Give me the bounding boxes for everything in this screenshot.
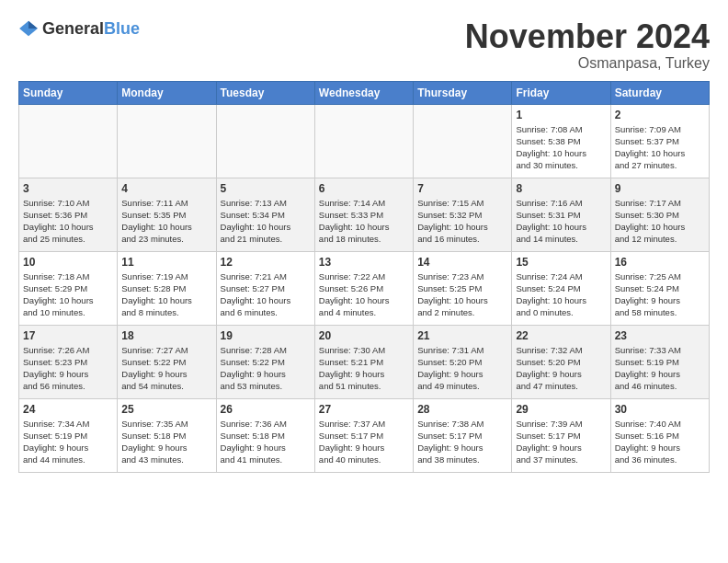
day-info: Sunrise: 7:14 AMSunset: 5:33 PMDaylight:… bbox=[319, 197, 409, 246]
calendar-cell: 6Sunrise: 7:14 AMSunset: 5:33 PMDaylight… bbox=[314, 178, 413, 251]
calendar-cell: 26Sunrise: 7:36 AMSunset: 5:18 PMDayligh… bbox=[216, 398, 314, 472]
day-number: 6 bbox=[319, 182, 409, 195]
calendar-cell: 20Sunrise: 7:30 AMSunset: 5:21 PMDayligh… bbox=[314, 325, 413, 398]
calendar-cell bbox=[118, 104, 216, 178]
day-info: Sunrise: 7:30 AMSunset: 5:21 PMDaylight:… bbox=[319, 344, 409, 393]
calendar-cell: 1Sunrise: 7:08 AMSunset: 5:38 PMDaylight… bbox=[512, 104, 610, 178]
day-header-saturday: Saturday bbox=[610, 81, 709, 104]
day-number: 9 bbox=[615, 182, 705, 195]
day-info: Sunrise: 7:13 AMSunset: 5:34 PMDaylight:… bbox=[221, 197, 311, 246]
day-info: Sunrise: 7:33 AMSunset: 5:19 PMDaylight:… bbox=[615, 344, 705, 393]
day-info: Sunrise: 7:17 AMSunset: 5:30 PMDaylight:… bbox=[615, 197, 705, 246]
day-number: 13 bbox=[319, 256, 409, 269]
calendar-cell: 8Sunrise: 7:16 AMSunset: 5:31 PMDaylight… bbox=[512, 178, 610, 251]
day-number: 15 bbox=[516, 256, 606, 269]
day-number: 24 bbox=[23, 403, 113, 416]
calendar-cell: 23Sunrise: 7:33 AMSunset: 5:19 PMDayligh… bbox=[610, 325, 709, 398]
day-info: Sunrise: 7:25 AMSunset: 5:24 PMDaylight:… bbox=[615, 270, 705, 319]
calendar-cell: 30Sunrise: 7:40 AMSunset: 5:16 PMDayligh… bbox=[610, 398, 709, 472]
calendar-cell: 12Sunrise: 7:21 AMSunset: 5:27 PMDayligh… bbox=[216, 251, 314, 325]
calendar-cell: 21Sunrise: 7:31 AMSunset: 5:20 PMDayligh… bbox=[414, 325, 512, 398]
logo: GeneralBlue bbox=[18, 18, 140, 39]
calendar-week-2: 3Sunrise: 7:10 AMSunset: 5:36 PMDaylight… bbox=[19, 178, 710, 251]
day-info: Sunrise: 7:39 AMSunset: 5:17 PMDaylight:… bbox=[516, 418, 606, 466]
header: GeneralBlue November 2024 Osmanpasa, Tur… bbox=[18, 18, 710, 72]
calendar-cell bbox=[314, 104, 413, 178]
calendar-cell: 13Sunrise: 7:22 AMSunset: 5:26 PMDayligh… bbox=[314, 251, 413, 325]
day-info: Sunrise: 7:27 AMSunset: 5:22 PMDaylight:… bbox=[121, 344, 211, 393]
day-info: Sunrise: 7:16 AMSunset: 5:31 PMDaylight:… bbox=[516, 197, 606, 246]
calendar-cell: 27Sunrise: 7:37 AMSunset: 5:17 PMDayligh… bbox=[314, 398, 413, 472]
day-number: 30 bbox=[615, 403, 705, 416]
calendar-cell: 10Sunrise: 7:18 AMSunset: 5:29 PMDayligh… bbox=[19, 251, 118, 325]
day-number: 27 bbox=[319, 403, 409, 416]
day-number: 19 bbox=[221, 329, 311, 342]
calendar-cell: 4Sunrise: 7:11 AMSunset: 5:35 PMDaylight… bbox=[118, 178, 216, 251]
calendar-cell: 11Sunrise: 7:19 AMSunset: 5:28 PMDayligh… bbox=[118, 251, 216, 325]
location: Osmanpasa, Turkey bbox=[465, 55, 710, 72]
day-header-monday: Monday bbox=[118, 81, 216, 104]
calendar-cell: 2Sunrise: 7:09 AMSunset: 5:37 PMDaylight… bbox=[610, 104, 709, 178]
day-info: Sunrise: 7:22 AMSunset: 5:26 PMDaylight:… bbox=[319, 270, 409, 319]
calendar-cell: 29Sunrise: 7:39 AMSunset: 5:17 PMDayligh… bbox=[512, 398, 610, 472]
logo-area: GeneralBlue bbox=[18, 18, 140, 39]
calendar-cell: 15Sunrise: 7:24 AMSunset: 5:24 PMDayligh… bbox=[512, 251, 610, 325]
day-number: 21 bbox=[417, 329, 507, 342]
day-info: Sunrise: 7:11 AMSunset: 5:35 PMDaylight:… bbox=[121, 197, 211, 246]
calendar-cell: 16Sunrise: 7:25 AMSunset: 5:24 PMDayligh… bbox=[610, 251, 709, 325]
day-info: Sunrise: 7:26 AMSunset: 5:23 PMDaylight:… bbox=[23, 344, 113, 393]
day-info: Sunrise: 7:08 AMSunset: 5:38 PMDaylight:… bbox=[516, 123, 606, 172]
month-title: November 2024 bbox=[465, 18, 710, 55]
day-number: 5 bbox=[221, 182, 311, 195]
day-number: 20 bbox=[319, 329, 409, 342]
day-info: Sunrise: 7:10 AMSunset: 5:36 PMDaylight:… bbox=[23, 197, 113, 246]
calendar-cell: 3Sunrise: 7:10 AMSunset: 5:36 PMDaylight… bbox=[19, 178, 118, 251]
title-area: November 2024 Osmanpasa, Turkey bbox=[465, 18, 710, 72]
day-number: 28 bbox=[417, 403, 507, 416]
day-number: 4 bbox=[121, 182, 211, 195]
day-header-tuesday: Tuesday bbox=[216, 81, 314, 104]
day-info: Sunrise: 7:24 AMSunset: 5:24 PMDaylight:… bbox=[516, 270, 606, 319]
day-header-sunday: Sunday bbox=[19, 81, 118, 104]
day-info: Sunrise: 7:31 AMSunset: 5:20 PMDaylight:… bbox=[417, 344, 507, 393]
day-number: 1 bbox=[516, 109, 606, 121]
calendar-week-5: 24Sunrise: 7:34 AMSunset: 5:19 PMDayligh… bbox=[19, 398, 710, 472]
calendar-week-4: 17Sunrise: 7:26 AMSunset: 5:23 PMDayligh… bbox=[19, 325, 710, 398]
calendar-cell bbox=[414, 104, 512, 178]
day-info: Sunrise: 7:37 AMSunset: 5:17 PMDaylight:… bbox=[319, 418, 409, 466]
calendar-cell: 18Sunrise: 7:27 AMSunset: 5:22 PMDayligh… bbox=[118, 325, 216, 398]
page: GeneralBlue November 2024 Osmanpasa, Tur… bbox=[0, 0, 728, 482]
calendar-header-row: SundayMondayTuesdayWednesdayThursdayFrid… bbox=[19, 81, 710, 104]
calendar-cell: 17Sunrise: 7:26 AMSunset: 5:23 PMDayligh… bbox=[19, 325, 118, 398]
calendar-cell: 7Sunrise: 7:15 AMSunset: 5:32 PMDaylight… bbox=[414, 178, 512, 251]
day-number: 11 bbox=[121, 256, 211, 269]
calendar-cell: 28Sunrise: 7:38 AMSunset: 5:17 PMDayligh… bbox=[414, 398, 512, 472]
calendar-cell: 25Sunrise: 7:35 AMSunset: 5:18 PMDayligh… bbox=[118, 398, 216, 472]
day-number: 16 bbox=[615, 256, 705, 269]
day-number: 17 bbox=[23, 329, 113, 342]
day-number: 7 bbox=[417, 182, 507, 195]
day-number: 14 bbox=[417, 256, 507, 269]
calendar-cell: 9Sunrise: 7:17 AMSunset: 5:30 PMDaylight… bbox=[610, 178, 709, 251]
calendar-cell: 19Sunrise: 7:28 AMSunset: 5:22 PMDayligh… bbox=[216, 325, 314, 398]
day-number: 12 bbox=[221, 256, 311, 269]
calendar-cell bbox=[19, 104, 118, 178]
day-info: Sunrise: 7:21 AMSunset: 5:27 PMDaylight:… bbox=[221, 270, 311, 319]
calendar-week-3: 10Sunrise: 7:18 AMSunset: 5:29 PMDayligh… bbox=[19, 251, 710, 325]
day-number: 18 bbox=[121, 329, 211, 342]
calendar-cell: 5Sunrise: 7:13 AMSunset: 5:34 PMDaylight… bbox=[216, 178, 314, 251]
calendar-cell: 14Sunrise: 7:23 AMSunset: 5:25 PMDayligh… bbox=[414, 251, 512, 325]
day-info: Sunrise: 7:34 AMSunset: 5:19 PMDaylight:… bbox=[23, 418, 113, 466]
day-info: Sunrise: 7:09 AMSunset: 5:37 PMDaylight:… bbox=[615, 123, 705, 172]
logo-text: GeneralBlue bbox=[42, 19, 140, 39]
calendar-week-1: 1Sunrise: 7:08 AMSunset: 5:38 PMDaylight… bbox=[19, 104, 710, 178]
day-number: 3 bbox=[23, 182, 113, 195]
day-header-friday: Friday bbox=[512, 81, 610, 104]
day-info: Sunrise: 7:19 AMSunset: 5:28 PMDaylight:… bbox=[121, 270, 211, 319]
day-number: 8 bbox=[516, 182, 606, 195]
day-number: 10 bbox=[23, 256, 113, 269]
day-number: 29 bbox=[516, 403, 606, 416]
day-number: 22 bbox=[516, 329, 606, 342]
day-header-wednesday: Wednesday bbox=[314, 81, 413, 104]
day-info: Sunrise: 7:18 AMSunset: 5:29 PMDaylight:… bbox=[23, 270, 113, 319]
